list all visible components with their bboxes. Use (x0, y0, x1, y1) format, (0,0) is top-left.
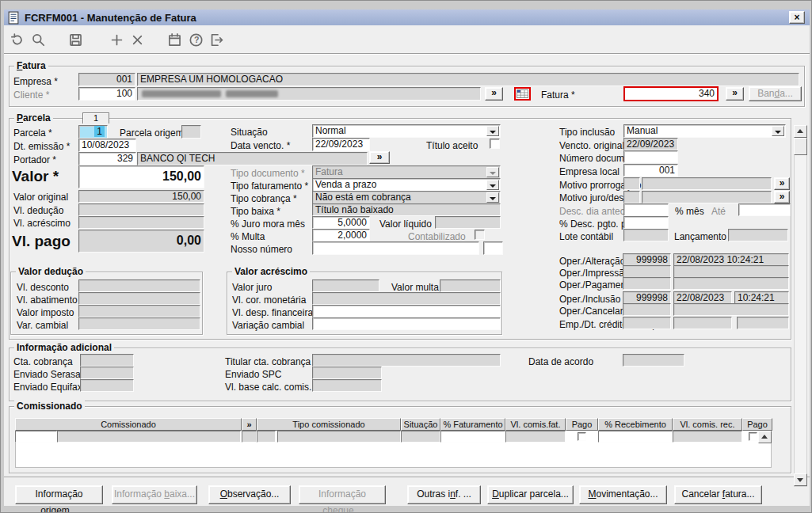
title-bar[interactable]: FCRFM001 - Manutenção de Fatura × (4, 10, 810, 25)
portador-code-field[interactable]: 329 (78, 152, 136, 165)
portador-zoom-button[interactable]: » (369, 151, 390, 164)
scroll-down-icon[interactable] (794, 473, 807, 486)
enviado-equifax-label: Enviado Equifax (13, 382, 82, 393)
vl-base-field (312, 379, 382, 392)
ate-field[interactable] (738, 203, 791, 216)
valor-original-field: 150,00 (78, 190, 204, 203)
empresa-local-field[interactable]: 001 (623, 164, 678, 177)
valor-deducao-legend: Valor dedução (16, 266, 86, 277)
close-icon[interactable]: × (789, 11, 805, 24)
nosso-numero-digit-field[interactable] (483, 241, 503, 255)
movimentacao-button[interactable]: Movimentação... (579, 485, 667, 504)
fatura-grid-icon[interactable] (514, 87, 531, 101)
col-header-tipo-comissionado[interactable]: Tipo comissionado (257, 418, 401, 431)
titulo-aceito-label: Título aceito (426, 140, 478, 151)
save-icon[interactable] (68, 32, 86, 49)
table-scroll-up-icon[interactable] (758, 431, 772, 443)
situacao-select[interactable]: Normal (312, 124, 501, 138)
vertical-scrollbar[interactable] (794, 125, 807, 487)
col-header-vl-comis-fat[interactable]: Vl. comis.fat. (505, 418, 566, 431)
duplicar-parcela-button[interactable]: Duplicar parcela... (487, 485, 574, 504)
valor-field[interactable]: 150,00 (78, 165, 204, 188)
motivo-juro-zoom-button[interactable]: » (774, 191, 790, 203)
help-icon[interactable]: ? (189, 32, 206, 49)
motivo-juro-desc-field (642, 191, 772, 203)
chevron-down-icon[interactable] (486, 126, 499, 136)
parcela-legend: Parcela (14, 112, 53, 124)
row-pago-rec-checkbox[interactable] (749, 432, 757, 441)
cliente-zoom-button[interactable]: » (485, 87, 503, 101)
outras-inf-button[interactable]: Outras inf. ... (407, 485, 481, 504)
fatura-zoom-button[interactable]: » (726, 87, 744, 101)
data-acordo-field (623, 354, 684, 367)
titulo-aceito-checkbox[interactable] (490, 139, 500, 149)
lote-contabil-label: Lote contábil (559, 231, 613, 242)
chevron-down-icon[interactable] (486, 180, 499, 190)
vl-desp-financeira-label: Vl. desp. financeira (232, 307, 313, 318)
multa-label: % Multa (231, 231, 265, 242)
col-header-vl-comis-rec[interactable]: Vl. comis. rec. (673, 418, 742, 431)
valor-imposto-field (78, 305, 200, 317)
row-cell-comissionado-code[interactable] (15, 431, 57, 443)
reset-icon[interactable] (10, 32, 27, 49)
motivo-prorrogacao-desc-field (642, 177, 772, 190)
col-header-situacao[interactable]: Situação (401, 418, 440, 431)
col-header-perc-faturamento[interactable]: % Faturamento (440, 418, 505, 431)
cliente-code-field[interactable]: 100 (78, 87, 135, 101)
row-cell-perc-faturamento[interactable] (440, 431, 505, 443)
scrollbar-thumb[interactable] (794, 138, 807, 155)
nosso-numero-field[interactable] (312, 241, 479, 255)
scroll-up-icon[interactable] (794, 125, 807, 138)
multa-field[interactable]: 2,0000 (312, 229, 370, 241)
oper-impressao-datetime-field (673, 265, 789, 278)
dt-emissao-field[interactable]: 10/08/2023 (78, 139, 136, 152)
cancelar-fatura-button[interactable]: Cancelar fatura... (674, 485, 762, 504)
motivo-prorrogacao-zoom-button[interactable]: » (774, 177, 790, 190)
cliente-label: Cliente * (13, 89, 49, 101)
tipo-inclusao-label: Tipo inclusão (559, 127, 615, 138)
col-header-pago-rec[interactable]: Pago (742, 418, 772, 431)
tipo-cobranca-select[interactable]: Não está em cobrança (312, 191, 501, 204)
row-cell-tipo-code (257, 431, 276, 443)
tipo-faturamento-select[interactable]: Venda a prazo (312, 178, 501, 192)
lancamento-field (728, 229, 788, 241)
exit-icon[interactable] (209, 32, 227, 49)
row-cell-perc-recebimento[interactable] (598, 431, 673, 443)
juro-mora-field[interactable]: 5,0000 (312, 216, 370, 229)
parcela-tab-1[interactable]: 1 (82, 112, 109, 124)
valor-label: Valor * (12, 168, 59, 185)
desc-dia-antecip-field[interactable] (623, 203, 669, 216)
col-header-zoom[interactable]: » (242, 418, 257, 431)
informacao-origem-button[interactable]: Informação origem... (15, 485, 103, 504)
col-header-comissionado[interactable]: Comissionado (15, 418, 242, 431)
vl-desp-financeira-field[interactable] (312, 305, 501, 317)
desc-pgto-prz-field[interactable] (623, 216, 669, 229)
row-cell-vl-comis-fat (505, 431, 566, 443)
tipo-inclusao-select[interactable]: Manual (623, 124, 786, 138)
valor-liquido-label: Valor líquido (379, 218, 432, 230)
calendar-icon[interactable] (167, 32, 185, 49)
observacao-button[interactable]: Observação... (208, 485, 291, 504)
row-cell-situacao (401, 431, 440, 443)
chevron-down-icon[interactable] (772, 126, 784, 136)
fatura-legend: Fatura (14, 60, 48, 71)
data-vencto-field[interactable]: 22/09/2023 (312, 138, 370, 151)
numero-documento-field[interactable] (623, 150, 678, 163)
search-icon[interactable] (31, 32, 48, 49)
row-pago-fat-checkbox[interactable] (578, 432, 586, 441)
redacted-cliente-name (226, 90, 278, 97)
vl-acrescimo-label: Vl. acréscimo (13, 218, 71, 229)
fatura-number-field[interactable]: 340 (623, 86, 719, 101)
chevron-down-icon[interactable] (486, 192, 499, 203)
add-icon[interactable] (109, 32, 127, 49)
col-header-perc-recebimento[interactable]: % Recebimento (598, 418, 673, 431)
application-window: FCRFM001 - Manutenção de Fatura × ? Fatu… (0, 0, 812, 513)
parcela-number-field[interactable]: 1 (78, 125, 108, 139)
variacao-cambial-field[interactable] (312, 317, 501, 330)
delete-icon[interactable] (130, 32, 147, 49)
row-cell-vl-comis-rec (673, 431, 742, 443)
vl-pago-label: Vl. pago (12, 233, 71, 250)
col-header-pago-fat[interactable]: Pago (566, 418, 598, 431)
parcela-label: Parcela * (13, 127, 52, 139)
row-cell-zoom (242, 431, 257, 443)
